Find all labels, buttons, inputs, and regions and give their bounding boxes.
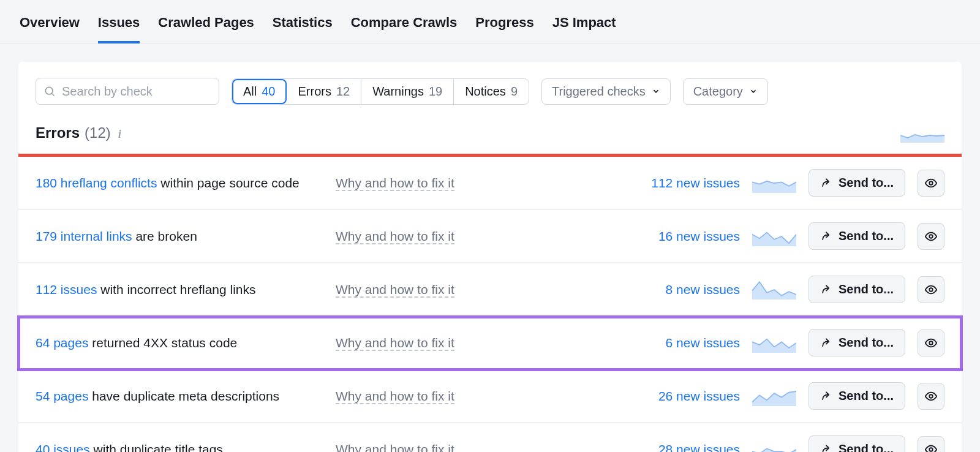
new-issues-link[interactable]: 8 new issues — [630, 282, 740, 297]
tab-js-impact[interactable]: JS Impact — [552, 0, 616, 43]
search-input[interactable] — [62, 85, 217, 99]
issue-description: 180 hreflang conflicts within page sourc… — [36, 176, 323, 190]
trend-sparkline — [752, 280, 796, 299]
issue-count-link[interactable]: 112 issues — [36, 282, 97, 296]
fix-link-wrapper: Why and how to fix it — [336, 442, 617, 453]
hide-button[interactable] — [918, 330, 944, 356]
section-header: Errors (12) i — [18, 121, 962, 154]
tab-compare-crawls[interactable]: Compare Crawls — [351, 0, 458, 43]
issue-description: 64 pages returned 4XX status code — [36, 336, 323, 350]
search-box[interactable] — [36, 78, 219, 105]
hide-button[interactable] — [918, 276, 944, 303]
send-to-button[interactable]: Send to... — [809, 222, 905, 250]
trend-sparkline — [752, 173, 796, 193]
issue-text: within page source code — [157, 176, 299, 190]
new-issues-link[interactable]: 28 new issues — [630, 442, 740, 453]
share-arrow-icon — [820, 230, 832, 243]
hide-button[interactable] — [918, 383, 944, 410]
dropdown-label: Category — [693, 85, 743, 99]
issue-rows: 180 hreflang conflicts within page sourc… — [18, 157, 962, 452]
issue-count-link[interactable]: 64 pages — [36, 336, 88, 350]
issue-count-link[interactable]: 54 pages — [36, 389, 88, 403]
issue-description: 179 internal links are broken — [36, 229, 323, 244]
why-and-how-link[interactable]: Why and how to fix it — [336, 229, 454, 244]
share-arrow-icon — [820, 337, 832, 349]
issue-row: 40 issues with duplicate title tagsWhy a… — [18, 423, 962, 452]
hide-button[interactable] — [918, 170, 944, 197]
send-to-button[interactable]: Send to... — [809, 382, 905, 410]
toolbar: All40Errors12Warnings19Notices9 Triggere… — [18, 78, 962, 121]
why-and-how-link[interactable]: Why and how to fix it — [336, 442, 454, 453]
filter-all[interactable]: All40 — [232, 79, 287, 104]
search-icon — [43, 85, 56, 97]
issue-description: 54 pages have duplicate meta description… — [36, 389, 323, 404]
send-to-button[interactable]: Send to... — [809, 329, 905, 356]
issue-row: 179 internal links are brokenWhy and how… — [18, 210, 962, 263]
eye-icon — [924, 336, 938, 350]
tab-issues[interactable]: Issues — [98, 0, 140, 43]
send-to-label: Send to... — [839, 442, 894, 452]
svg-marker-9 — [752, 339, 796, 352]
section-sparkline — [900, 123, 944, 143]
category-dropdown[interactable]: Category — [683, 78, 768, 105]
hide-button[interactable] — [918, 436, 944, 453]
section-title: Errors — [36, 124, 80, 141]
svg-point-0 — [45, 87, 53, 94]
why-and-how-link[interactable]: Why and how to fix it — [336, 176, 454, 191]
trend-sparkline — [752, 227, 796, 246]
issues-card: All40Errors12Warnings19Notices9 Triggere… — [18, 62, 962, 452]
svg-point-14 — [929, 448, 933, 451]
trend-sparkline — [752, 333, 796, 353]
send-to-button[interactable]: Send to... — [809, 435, 905, 452]
fix-link-wrapper: Why and how to fix it — [336, 389, 617, 404]
svg-point-4 — [929, 181, 933, 185]
issue-count-link[interactable]: 180 hreflang conflicts — [36, 176, 157, 190]
issue-text: have duplicate meta descriptions — [88, 389, 279, 403]
trend-sparkline — [752, 440, 796, 453]
fix-link-wrapper: Why and how to fix it — [336, 229, 617, 244]
info-icon[interactable]: i — [118, 128, 121, 141]
why-and-how-link[interactable]: Why and how to fix it — [336, 389, 454, 404]
trend-sparkline — [752, 386, 796, 406]
send-to-label: Send to... — [839, 229, 894, 243]
filter-notices[interactable]: Notices9 — [454, 79, 529, 104]
fix-link-wrapper: Why and how to fix it — [336, 336, 617, 350]
issue-text: are broken — [132, 229, 197, 243]
share-arrow-icon — [820, 284, 832, 296]
svg-marker-7 — [752, 282, 796, 299]
filter-label: Notices — [465, 85, 506, 99]
tab-progress[interactable]: Progress — [475, 0, 533, 43]
svg-point-12 — [929, 394, 933, 398]
filter-warnings[interactable]: Warnings19 — [361, 79, 454, 104]
new-issues-link[interactable]: 6 new issues — [630, 336, 740, 350]
eye-icon — [924, 283, 938, 296]
hide-button[interactable] — [918, 223, 944, 250]
new-issues-link[interactable]: 112 new issues — [630, 176, 740, 190]
new-issues-link[interactable]: 16 new issues — [630, 229, 740, 244]
fix-link-wrapper: Why and how to fix it — [336, 176, 617, 190]
eye-icon — [924, 230, 938, 243]
filter-label: Errors — [298, 85, 331, 99]
top-nav-tabs: OverviewIssuesCrawled PagesStatisticsCom… — [0, 0, 980, 43]
issue-text: with duplicate title tags — [90, 442, 223, 453]
tab-overview[interactable]: Overview — [20, 0, 80, 43]
filter-errors[interactable]: Errors12 — [287, 79, 361, 104]
chevron-down-icon — [749, 87, 758, 96]
tab-crawled-pages[interactable]: Crawled Pages — [158, 0, 254, 43]
send-to-button[interactable]: Send to... — [809, 276, 905, 303]
issue-description: 40 issues with duplicate title tags — [36, 442, 323, 453]
send-to-label: Send to... — [839, 336, 894, 350]
send-to-button[interactable]: Send to... — [809, 169, 905, 197]
chevron-down-icon — [652, 87, 660, 96]
issue-row: 64 pages returned 4XX status codeWhy and… — [18, 317, 962, 370]
why-and-how-link[interactable]: Why and how to fix it — [336, 336, 454, 351]
why-and-how-link[interactable]: Why and how to fix it — [336, 282, 454, 298]
share-arrow-icon — [820, 390, 832, 402]
triggered-checks-dropdown[interactable]: Triggered checks — [541, 78, 671, 105]
tab-statistics[interactable]: Statistics — [273, 0, 333, 43]
issue-count-link[interactable]: 40 issues — [36, 442, 90, 453]
issue-row: 180 hreflang conflicts within page sourc… — [18, 157, 962, 210]
filter-count: 9 — [511, 85, 518, 99]
new-issues-link[interactable]: 26 new issues — [630, 389, 740, 404]
issue-count-link[interactable]: 179 internal links — [36, 229, 132, 243]
